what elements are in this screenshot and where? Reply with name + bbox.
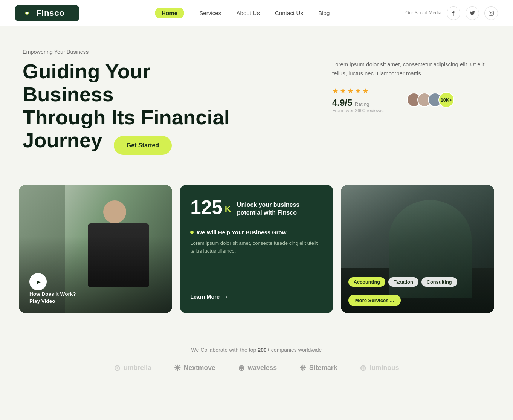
hero-description: Lorem ipsum dolor sit amet, consectetur … [332, 60, 490, 78]
partners-logos: ⊙ umbrella ✳ Nextmove ⊛ waveless ✳ Sitem… [0, 363, 513, 373]
rating-divider [395, 89, 395, 111]
tag-taxation[interactable]: Taxation [388, 277, 418, 287]
arrow-icon: → [223, 293, 229, 300]
nav-services[interactable]: Services [199, 10, 221, 16]
yellow-dot [190, 231, 194, 234]
partner-luminous: ⊕ luminous [360, 363, 399, 373]
partners-label: We Collaborate with the top 200+ compani… [0, 347, 513, 353]
logo[interactable]: Finsco [15, 5, 79, 21]
facebook-icon [451, 11, 456, 16]
nextmove-icon: ✳ [174, 363, 181, 373]
hero-title: Guiding Your Business Through Its Financ… [23, 60, 234, 155]
rating-reviews: From over 2600 reviews. [332, 108, 384, 113]
card-divider [190, 223, 322, 223]
sitemark-icon: ✳ [299, 363, 306, 373]
rating-number: 4.9/5 [332, 98, 352, 108]
stat-number: 125 [190, 198, 222, 217]
svg-rect-2 [489, 11, 493, 15]
avatar-count: 10K+ [438, 92, 454, 108]
luminous-icon: ⊕ [360, 363, 366, 373]
rating-info: ★★★★★ 4.9/5 Rating From over 2600 review… [332, 87, 384, 113]
grow-label: We Will Help Your Business Grow [190, 229, 322, 235]
nav-contact[interactable]: Contact Us [275, 10, 303, 16]
learn-more-link[interactable]: Learn More → [190, 293, 322, 300]
instagram-button[interactable] [484, 6, 498, 20]
hero-section: Empowering Your Business Guiding Your Bu… [0, 26, 513, 181]
nav-right: Our Social Media [405, 6, 498, 20]
stat-title: Unlock your business potential with Fins… [237, 201, 323, 217]
grow-description: Lorem ipsum dolor sit amet, consecte tur… [190, 239, 322, 255]
tag-consulting[interactable]: Consulting [421, 277, 457, 287]
nav-home[interactable]: Home [155, 8, 184, 18]
partner-nextmove: ✳ Nextmove [174, 363, 215, 373]
cards-section: How Does It Work? Play Video 125 K Unloc… [0, 181, 513, 332]
star-rating: ★★★★★ [332, 87, 384, 95]
service-tags: Accounting Taxation Consulting [348, 277, 457, 287]
partner-umbrella: ⊙ umbrella [114, 363, 151, 373]
services-card: Accounting Taxation Consulting More Serv… [341, 185, 494, 313]
tag-accounting[interactable]: Accounting [348, 277, 385, 287]
partner-waveless: ⊛ waveless [238, 363, 277, 373]
svg-point-3 [490, 12, 492, 14]
partners-section: We Collaborate with the top 200+ compani… [0, 332, 513, 391]
hero-eyebrow: Empowering Your Business [23, 49, 234, 55]
stat-row: 125 K Unlock your business potential wit… [190, 198, 322, 217]
twitter-icon [470, 11, 475, 15]
stats-top: 125 K Unlock your business potential wit… [190, 198, 322, 263]
nav-blog[interactable]: Blog [318, 10, 330, 16]
umbrella-icon: ⊙ [114, 363, 121, 373]
svg-point-1 [26, 12, 28, 14]
waveless-icon: ⊛ [238, 363, 245, 373]
hero-right: Lorem ipsum dolor sit amet, consectetur … [332, 49, 490, 113]
video-label: How Does It Work? Play Video [29, 290, 76, 305]
video-card: How Does It Work? Play Video [19, 185, 172, 313]
instagram-icon [489, 11, 494, 16]
play-button[interactable] [29, 273, 47, 290]
twitter-button[interactable] [466, 6, 479, 20]
get-started-button[interactable]: Get Started [114, 136, 172, 155]
rating-label: Rating [354, 101, 369, 107]
logo-text: Finsco [36, 8, 64, 18]
avatar-group: 10K+ [407, 92, 454, 108]
nav-about[interactable]: About Us [236, 10, 260, 16]
rating-row: ★★★★★ 4.9/5 Rating From over 2600 review… [332, 87, 490, 113]
facebook-button[interactable] [447, 6, 460, 20]
hero-left: Empowering Your Business Guiding Your Bu… [23, 49, 234, 166]
stats-card: 125 K Unlock your business potential wit… [180, 185, 333, 313]
logo-icon [22, 8, 32, 18]
partner-sitemark: ✳ Sitemark [299, 363, 337, 373]
photo-overlay [341, 185, 494, 313]
more-services-button[interactable]: More Services ... [348, 295, 401, 306]
navbar: Finsco Home Services About Us Contact Us… [0, 0, 513, 26]
svg-point-4 [492, 11, 493, 12]
social-label: Our Social Media [405, 10, 441, 16]
nav-links: Home Services About Us Contact Us Blog [155, 8, 330, 18]
stat-superscript: K [225, 204, 231, 214]
